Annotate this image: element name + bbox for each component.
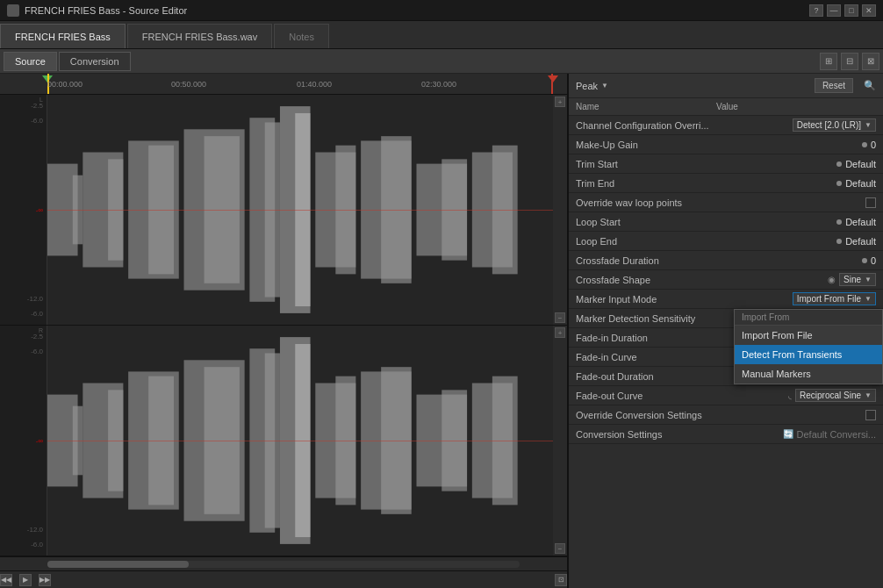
dropdown-item-manual-markers[interactable]: Manual Markers xyxy=(735,364,882,384)
ruler-marker-2: 01:40.000 xyxy=(297,80,332,89)
panel-header: Peak ▼ Reset 🔍 xyxy=(569,74,883,98)
view-grid-btn[interactable]: ⊠ xyxy=(862,53,879,70)
scroll-area xyxy=(0,556,567,570)
ruler-marker-3: 02:30.000 xyxy=(421,80,456,89)
scroll-track[interactable] xyxy=(47,561,520,568)
trim-end-dot[interactable] xyxy=(836,181,842,186)
reset-btn[interactable]: Reset xyxy=(815,78,853,93)
panel-dropdown-arrow: ▼ xyxy=(601,82,608,90)
tab-conversion[interactable]: Conversion xyxy=(59,52,131,71)
col-value-header: Value xyxy=(713,102,879,111)
title-bar: FRENCH FRIES Bass - Source Editor ? — □ … xyxy=(0,0,883,21)
fadeout-curve-select[interactable]: Reciprocal Sine ▼ xyxy=(795,389,876,402)
crossfade-shape-select[interactable]: Sine ▼ xyxy=(839,273,876,286)
prop-trim-start: Trim Start Default xyxy=(569,154,883,174)
trim-start-dot[interactable] xyxy=(836,161,842,167)
waveform-track-R: -2.5 -6.0 -∞ -12.0 -6.0 R xyxy=(0,326,567,556)
panel-title: Peak xyxy=(576,81,598,91)
prop-override-conversion: Override Conversion Settings xyxy=(569,405,883,425)
prop-override-loop: Override wav loop points xyxy=(569,193,883,212)
minimize-btn[interactable]: — xyxy=(827,4,841,17)
dropdown-item-import-file[interactable]: Import From File xyxy=(735,326,882,345)
end-btn[interactable]: ▶▶ xyxy=(39,574,51,586)
marker-mode-dropdown: Import From Import From File Detect From… xyxy=(734,309,883,384)
ruler-marker-0: 00:00.000 xyxy=(47,80,83,89)
zoom-out-L[interactable]: − xyxy=(555,312,565,323)
prop-makeup-gain: Make-Up Gain 0 xyxy=(569,135,883,154)
prop-conversion-settings: Conversion Settings 🔄 Default Conversi..… xyxy=(569,425,883,444)
scroll-thumb[interactable] xyxy=(47,561,189,568)
prop-trim-end: Trim End Default xyxy=(569,174,883,193)
waveform-tracks: -2.5 -6.0 -∞ -12.0 -6.0 L xyxy=(0,95,567,556)
prop-crossfade-duration: Crossfade Duration 0 xyxy=(569,251,883,270)
prop-loop-start: Loop Start Default xyxy=(569,212,883,232)
prop-fadeout-curve: Fade-out Curve ◟ Reciprocal Sine ▼ xyxy=(569,386,883,405)
waveform-track-L: -2.5 -6.0 -∞ -12.0 -6.0 L xyxy=(0,95,567,326)
loop-end-dot[interactable] xyxy=(836,239,842,244)
view-single-btn[interactable]: ⊞ xyxy=(820,53,837,70)
prop-marker-input-mode: Marker Input Mode Import From File ▼ Imp… xyxy=(569,290,883,309)
main-area: 00:00.000 00:50.000 01:40.000 02:30.000 … xyxy=(0,74,883,588)
loop-start-dot[interactable] xyxy=(836,219,842,225)
tab-french-fries-bass[interactable]: FRENCH FRIES Bass xyxy=(0,24,126,48)
panel-type-dropdown[interactable]: Peak ▼ xyxy=(576,81,608,91)
loop-btn[interactable]: ⊡ xyxy=(555,574,567,586)
title-bar-controls: ? — □ ✕ xyxy=(809,4,876,17)
timeline-ruler: 00:00.000 00:50.000 01:40.000 02:30.000 xyxy=(0,74,567,95)
title-bar-text: FRENCH FRIES Bass - Source Editor xyxy=(25,5,187,16)
rewind-btn[interactable]: ◀◀ xyxy=(0,574,12,586)
play-btn[interactable]: ▶ xyxy=(19,574,32,586)
override-loop-checkbox[interactable] xyxy=(865,197,876,208)
tab-notes[interactable]: Notes xyxy=(274,24,329,48)
maximize-btn[interactable]: □ xyxy=(844,4,858,17)
end-marker-triangle xyxy=(548,75,558,82)
tab-french-fries-wav[interactable]: FRENCH FRIES Bass.wav xyxy=(127,24,272,48)
transport-bar: ◀◀ ▶ ▶▶ ⊡ xyxy=(0,570,567,588)
properties-table: Channel Configuration Overri... Detect [… xyxy=(569,116,883,588)
help-btn[interactable]: ? xyxy=(809,4,823,17)
zoom-in-L[interactable]: + xyxy=(555,97,565,107)
prop-loop-end: Loop End Default xyxy=(569,232,883,251)
prop-crossfade-shape: Crossfade Shape ◉ Sine ▼ xyxy=(569,270,883,290)
close-btn[interactable]: ✕ xyxy=(862,4,876,17)
zoom-in-R[interactable]: + xyxy=(555,327,565,338)
app-icon xyxy=(7,4,19,17)
view-split-btn[interactable]: ⊟ xyxy=(841,53,858,70)
crossfade-duration-dot[interactable] xyxy=(862,258,867,263)
marker-input-mode-select[interactable]: Import From File ▼ xyxy=(793,292,876,305)
zoom-out-R[interactable]: − xyxy=(555,543,565,554)
col-name-header: Name xyxy=(572,102,713,111)
override-conversion-checkbox[interactable] xyxy=(865,410,876,420)
dropdown-item-detect-transients[interactable]: Detect From Transients xyxy=(735,345,882,364)
track-L-right-edge: + − xyxy=(553,95,567,325)
sub-tabs-right-controls: ⊞ ⊟ ⊠ xyxy=(820,53,879,70)
dropdown-header: Import From xyxy=(735,310,882,326)
sub-tabs: Source Conversion ⊞ ⊟ ⊠ xyxy=(0,49,883,74)
prop-channel-config: Channel Configuration Overri... Detect [… xyxy=(569,116,883,135)
ruler-marker-1: 00:50.000 xyxy=(171,80,206,89)
tab-bar: FRENCH FRIES Bass FRENCH FRIES Bass.wav … xyxy=(0,21,883,49)
makeup-gain-dot[interactable] xyxy=(862,142,867,147)
search-icon[interactable]: 🔍 xyxy=(864,80,876,91)
column-headers: Name Value xyxy=(569,98,883,116)
right-panel: Peak ▼ Reset 🔍 Name Value Channel Config… xyxy=(569,74,883,588)
track-R-right-edge: + − xyxy=(553,326,567,556)
channel-config-select[interactable]: Detect [2.0 (LR)] ▼ xyxy=(793,118,876,132)
tab-source[interactable]: Source xyxy=(4,52,57,71)
waveform-area: 00:00.000 00:50.000 01:40.000 02:30.000 … xyxy=(0,74,569,588)
